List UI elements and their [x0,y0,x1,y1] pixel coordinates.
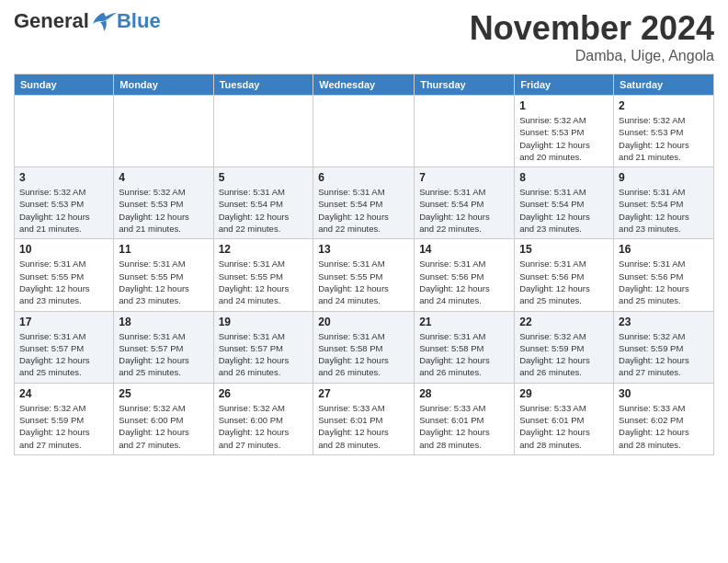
day-number: 28 [419,387,509,400]
month-title: November 2024 [470,9,714,48]
day-number: 11 [119,243,208,256]
calendar-week-row: 10Sunrise: 5:31 AMSunset: 5:55 PMDayligh… [15,239,714,311]
day-number: 12 [219,243,309,256]
day-info: Sunrise: 5:32 AMSunset: 5:53 PMDaylight:… [19,186,108,235]
logo-bird-icon [91,11,117,31]
calendar-cell: 28Sunrise: 5:33 AMSunset: 6:01 PMDayligh… [415,383,515,454]
calendar-cell: 27Sunrise: 5:33 AMSunset: 6:01 PMDayligh… [313,383,415,454]
day-number: 20 [318,316,409,328]
calendar-cell: 23Sunrise: 5:32 AMSunset: 5:59 PMDayligh… [614,311,714,383]
calendar-cell: 5Sunrise: 5:31 AMSunset: 5:54 PMDaylight… [213,167,313,239]
calendar-cell: 10Sunrise: 5:31 AMSunset: 5:55 PMDayligh… [15,239,114,311]
day-info: Sunrise: 5:32 AMSunset: 5:59 PMDaylight:… [19,402,108,451]
day-number: 8 [519,171,609,184]
calendar-cell: 22Sunrise: 5:32 AMSunset: 5:59 PMDayligh… [515,311,614,383]
calendar-cell: 18Sunrise: 5:31 AMSunset: 5:57 PMDayligh… [114,311,213,383]
calendar-cell [313,96,415,167]
day-number: 3 [19,171,108,184]
day-number: 19 [219,316,309,328]
day-info: Sunrise: 5:31 AMSunset: 5:55 PMDaylight:… [19,258,108,306]
calendar-cell: 20Sunrise: 5:31 AMSunset: 5:58 PMDayligh… [313,311,415,383]
calendar-week-row: 3Sunrise: 5:32 AMSunset: 5:53 PMDaylight… [15,167,714,239]
calendar-cell [415,96,515,167]
day-number: 27 [318,387,409,400]
day-info: Sunrise: 5:31 AMSunset: 5:58 PMDaylight:… [318,330,409,379]
calendar-cell: 3Sunrise: 5:32 AMSunset: 5:53 PMDaylight… [15,167,114,239]
calendar-cell: 12Sunrise: 5:31 AMSunset: 5:55 PMDayligh… [213,239,313,311]
day-number: 26 [219,387,309,400]
calendar-header-tuesday: Tuesday [213,75,313,96]
day-info: Sunrise: 5:31 AMSunset: 5:55 PMDaylight:… [219,258,309,306]
calendar-cell: 25Sunrise: 5:32 AMSunset: 6:00 PMDayligh… [114,383,213,454]
calendar-cell [213,96,313,167]
calendar-cell: 19Sunrise: 5:31 AMSunset: 5:57 PMDayligh… [213,311,313,383]
calendar-cell: 14Sunrise: 5:31 AMSunset: 5:56 PMDayligh… [415,239,515,311]
day-info: Sunrise: 5:31 AMSunset: 5:54 PMDaylight:… [219,186,309,235]
day-number: 1 [519,99,609,112]
day-number: 23 [619,316,709,328]
calendar-cell: 30Sunrise: 5:33 AMSunset: 6:02 PMDayligh… [614,383,714,454]
day-number: 2 [619,99,709,112]
day-number: 14 [419,243,509,256]
calendar-cell: 15Sunrise: 5:31 AMSunset: 5:56 PMDayligh… [515,239,614,311]
calendar-cell: 29Sunrise: 5:33 AMSunset: 6:01 PMDayligh… [515,383,614,454]
day-info: Sunrise: 5:32 AMSunset: 5:53 PMDaylight:… [119,186,208,235]
calendar-cell: 7Sunrise: 5:31 AMSunset: 5:54 PMDaylight… [415,167,515,239]
day-info: Sunrise: 5:33 AMSunset: 6:01 PMDaylight:… [519,402,609,451]
calendar-cell: 24Sunrise: 5:32 AMSunset: 5:59 PMDayligh… [15,383,114,454]
calendar-header-friday: Friday [515,75,614,96]
day-info: Sunrise: 5:31 AMSunset: 5:54 PMDaylight:… [619,186,709,235]
day-number: 7 [419,171,509,184]
location: Damba, Uige, Angola [470,48,714,64]
day-info: Sunrise: 5:33 AMSunset: 6:01 PMDaylight:… [318,402,409,451]
calendar-header-wednesday: Wednesday [313,75,415,96]
day-info: Sunrise: 5:32 AMSunset: 6:00 PMDaylight:… [219,402,309,451]
calendar-header-saturday: Saturday [614,75,714,96]
calendar-header-sunday: Sunday [15,75,114,96]
day-info: Sunrise: 5:31 AMSunset: 5:55 PMDaylight:… [318,258,409,306]
day-info: Sunrise: 5:31 AMSunset: 5:56 PMDaylight:… [419,258,509,306]
day-info: Sunrise: 5:31 AMSunset: 5:57 PMDaylight:… [19,330,108,379]
day-info: Sunrise: 5:31 AMSunset: 5:57 PMDaylight:… [119,330,208,379]
calendar-cell: 17Sunrise: 5:31 AMSunset: 5:57 PMDayligh… [15,311,114,383]
calendar-cell: 1Sunrise: 5:32 AMSunset: 5:53 PMDaylight… [515,96,614,167]
day-number: 17 [19,316,108,328]
day-info: Sunrise: 5:31 AMSunset: 5:54 PMDaylight:… [318,186,409,235]
calendar-cell: 9Sunrise: 5:31 AMSunset: 5:54 PMDaylight… [614,167,714,239]
day-info: Sunrise: 5:31 AMSunset: 5:56 PMDaylight:… [519,258,609,306]
day-info: Sunrise: 5:31 AMSunset: 5:57 PMDaylight:… [219,330,309,379]
day-info: Sunrise: 5:32 AMSunset: 5:53 PMDaylight:… [519,114,609,163]
header: General Blue November 2024 Damba, Uige, … [14,9,714,64]
day-number: 9 [619,171,709,184]
calendar-cell: 16Sunrise: 5:31 AMSunset: 5:56 PMDayligh… [614,239,714,311]
day-number: 18 [119,316,208,328]
day-info: Sunrise: 5:32 AMSunset: 6:00 PMDaylight:… [119,402,208,451]
calendar-header-thursday: Thursday [415,75,515,96]
calendar: SundayMondayTuesdayWednesdayThursdayFrid… [14,74,714,455]
calendar-header-row: SundayMondayTuesdayWednesdayThursdayFrid… [15,75,714,96]
day-number: 16 [619,243,709,256]
day-info: Sunrise: 5:31 AMSunset: 5:56 PMDaylight:… [619,258,709,306]
logo: General Blue [14,9,161,33]
calendar-cell [114,96,213,167]
calendar-cell: 13Sunrise: 5:31 AMSunset: 5:55 PMDayligh… [313,239,415,311]
calendar-cell: 26Sunrise: 5:32 AMSunset: 6:00 PMDayligh… [213,383,313,454]
day-info: Sunrise: 5:31 AMSunset: 5:55 PMDaylight:… [119,258,208,306]
logo-blue: Blue [117,9,161,33]
day-number: 21 [419,316,509,328]
day-info: Sunrise: 5:32 AMSunset: 5:59 PMDaylight:… [619,330,709,379]
day-number: 22 [519,316,609,328]
calendar-week-row: 1Sunrise: 5:32 AMSunset: 5:53 PMDaylight… [15,96,714,167]
day-info: Sunrise: 5:31 AMSunset: 5:58 PMDaylight:… [419,330,509,379]
calendar-cell: 4Sunrise: 5:32 AMSunset: 5:53 PMDaylight… [114,167,213,239]
calendar-cell: 2Sunrise: 5:32 AMSunset: 5:53 PMDaylight… [614,96,714,167]
calendar-cell: 21Sunrise: 5:31 AMSunset: 5:58 PMDayligh… [415,311,515,383]
day-number: 15 [519,243,609,256]
calendar-week-row: 17Sunrise: 5:31 AMSunset: 5:57 PMDayligh… [15,311,714,383]
day-number: 5 [219,171,309,184]
day-number: 4 [119,171,208,184]
day-info: Sunrise: 5:31 AMSunset: 5:54 PMDaylight:… [419,186,509,235]
day-info: Sunrise: 5:31 AMSunset: 5:54 PMDaylight:… [519,186,609,235]
title-block: November 2024 Damba, Uige, Angola [470,9,714,64]
day-number: 29 [519,387,609,400]
